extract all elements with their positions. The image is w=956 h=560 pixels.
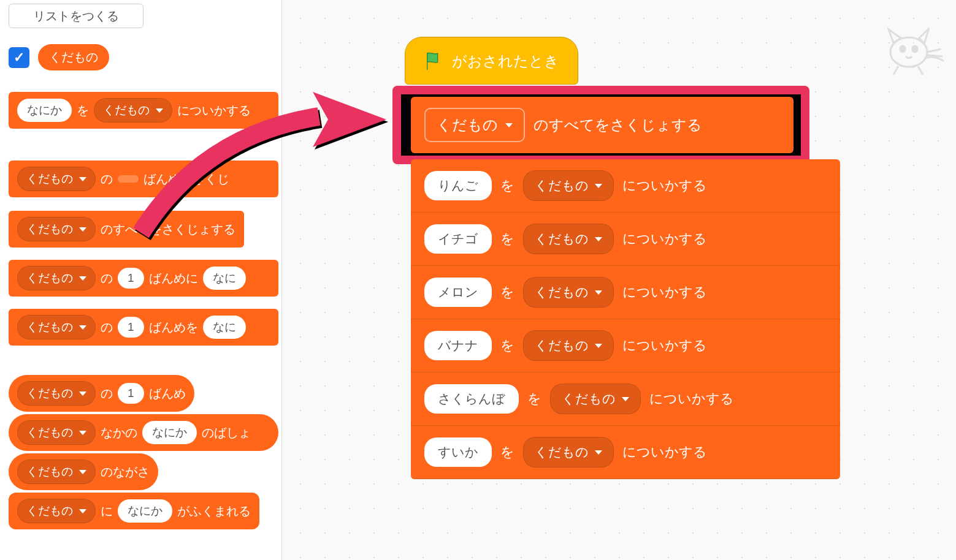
block-add-to-list-instance[interactable]: メロンをくだものについかする [411, 266, 840, 319]
list-dropdown[interactable]: くだもの [424, 108, 525, 142]
list-dropdown[interactable]: くだもの [17, 266, 96, 290]
block-add-to-list-instance[interactable]: バナナをくだものについかする [411, 319, 840, 373]
label: についかする [177, 102, 251, 119]
chevron-down-icon [595, 344, 602, 348]
block-add-to-list-instance[interactable]: りんごをくだものについかする [411, 159, 840, 213]
label: についかする [622, 443, 707, 461]
text-input[interactable]: なにか [17, 99, 72, 122]
chevron-down-icon [622, 397, 629, 401]
list-dropdown[interactable]: くだもの [94, 98, 172, 123]
chevron-down-icon [156, 108, 163, 113]
number-input[interactable]: 1 [118, 268, 144, 289]
list-dropdown[interactable]: くだもの [17, 315, 96, 339]
label: の [101, 171, 113, 187]
chevron-down-icon [79, 177, 86, 181]
chevron-down-icon [79, 392, 86, 396]
scratch-cat-icon [875, 18, 949, 80]
list-dropdown[interactable]: くだもの [17, 499, 96, 523]
text-input[interactable]: なに [203, 267, 246, 290]
label: に [101, 503, 113, 520]
chevron-down-icon [595, 290, 602, 295]
label: の [101, 385, 113, 402]
label: なかの [101, 425, 137, 441]
list-dropdown[interactable]: くだもの [550, 384, 641, 414]
block-add-to-list-instance[interactable]: さくらんぼをくだものについかする [411, 373, 840, 426]
block-length-of[interactable]: くだもの のながさ [9, 453, 158, 490]
label: についかする [622, 230, 707, 248]
chevron-down-icon [595, 237, 602, 241]
text-input[interactable]: なに [203, 316, 246, 339]
block-add-to-list-instance[interactable]: すいかをくだものについかする [411, 426, 840, 479]
list-dropdown[interactable]: くだもの [523, 330, 614, 361]
block-add-to-list[interactable]: なにか を くだもの についかする [9, 92, 278, 129]
chevron-down-icon [595, 450, 602, 455]
label: についかする [622, 176, 707, 195]
block-insert-at[interactable]: くだもの の 1 ばんめに なに [9, 260, 278, 297]
svg-point-1 [900, 46, 905, 52]
list-dropdown[interactable]: くだもの [523, 277, 614, 308]
text-input[interactable]: なにか [118, 499, 172, 523]
label: を [500, 336, 514, 355]
label: のながさ [101, 464, 150, 480]
list-dropdown[interactable]: くだもの [17, 460, 96, 484]
label: を [500, 283, 514, 301]
block-when-flag-clicked[interactable]: がおされたとき [405, 37, 578, 85]
label: ばんめを [149, 319, 198, 336]
label: を [77, 102, 89, 119]
chevron-down-icon [79, 470, 86, 474]
list-dropdown[interactable]: くだもの [17, 420, 96, 445]
list-dropdown[interactable]: くだもの [17, 167, 96, 191]
block-item-of[interactable]: くだもの の 1 ばんめ [9, 375, 194, 412]
block-contains[interactable]: くだもの に なにか がふくまれる [9, 493, 259, 529]
block-stack-add-items[interactable]: りんごをくだものについかするイチゴをくだものについかするメロンをくだものについか… [411, 159, 840, 479]
chevron-down-icon [79, 276, 86, 281]
list-dropdown[interactable]: くだもの [17, 381, 96, 406]
label: の [101, 319, 113, 336]
list-dropdown[interactable]: くだもの [523, 224, 614, 254]
list-name-pill[interactable]: くだもの [38, 44, 109, 70]
label: のすべてをさくじょする [101, 221, 235, 238]
label: についかする [649, 390, 734, 408]
list-visibility-checkbox[interactable]: ✓ [9, 47, 29, 68]
text-input[interactable]: なにか [142, 421, 197, 444]
label: についかする [622, 336, 707, 355]
highlighted-block-delete-all[interactable]: くだもの のすべてをさくじょする [392, 86, 809, 164]
label: を [500, 443, 514, 461]
list-checkbox-row: ✓ くだもの [9, 44, 109, 70]
chevron-down-icon [79, 227, 86, 232]
list-dropdown[interactable]: くだもの [523, 437, 614, 467]
text-input[interactable]: メロン [424, 278, 492, 307]
block-replace-at[interactable]: くだもの の 1 ばんめを なに [9, 309, 278, 346]
chevron-down-icon [595, 184, 602, 188]
chevron-down-icon [79, 325, 86, 330]
number-input[interactable]: 1 [118, 383, 144, 404]
text-input[interactable]: りんご [424, 171, 492, 200]
make-list-button[interactable]: リストをつくる [9, 4, 143, 28]
block-delete-all[interactable]: くだもの のすべてをさくじょする [9, 211, 244, 248]
label: を [527, 390, 541, 408]
chevron-down-icon [505, 123, 513, 127]
number-input[interactable] [118, 175, 139, 183]
block-add-to-list-instance[interactable]: イチゴをくだものについかする [411, 213, 840, 266]
chevron-down-icon [79, 431, 86, 435]
block-delete-all-instance[interactable]: くだもの のすべてをさくじょする [411, 97, 793, 153]
list-dropdown[interactable]: くだもの [17, 217, 96, 241]
list-dropdown[interactable]: くだもの [523, 170, 614, 201]
text-input[interactable]: すいか [424, 437, 492, 467]
label: がおされたとき [452, 51, 559, 71]
text-input[interactable]: バナナ [424, 331, 492, 360]
text-input[interactable]: さくらんぼ [424, 384, 519, 414]
label: についかする [622, 283, 707, 301]
block-index-of[interactable]: くだもの なかの なにか のばしょ [9, 414, 278, 451]
chevron-down-icon [79, 509, 86, 513]
block-delete-nth[interactable]: くだもの の ばんめをさくじ [9, 161, 278, 197]
svg-point-2 [912, 46, 917, 52]
text-input[interactable]: イチゴ [424, 224, 492, 254]
label: のすべてをさくじょする [533, 115, 702, 135]
block-palette: リストをつくる ✓ くだもの なにか を くだもの についかする くだもの の … [0, 0, 282, 560]
label: ばんめをさくじ [143, 171, 229, 187]
green-flag-icon [424, 51, 445, 72]
number-input[interactable]: 1 [118, 317, 144, 338]
label: ばんめに [149, 270, 198, 287]
label: を [500, 230, 514, 248]
